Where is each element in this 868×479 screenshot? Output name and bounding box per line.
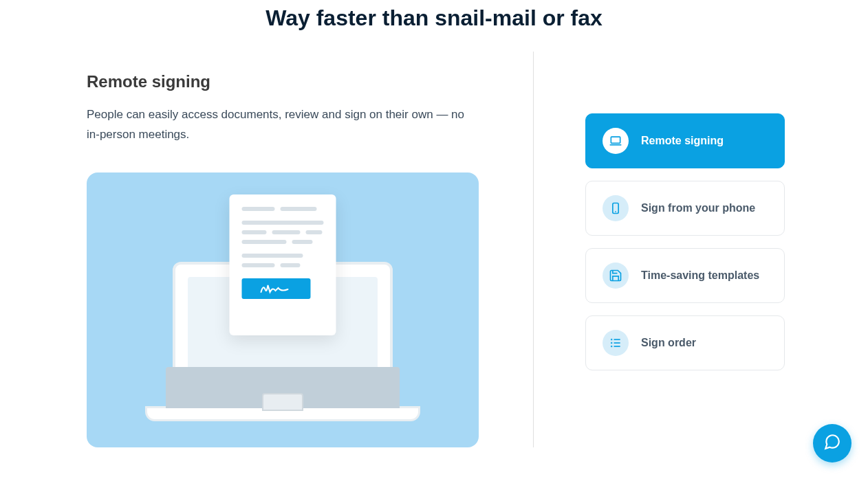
option-label: Remote signing bbox=[641, 135, 724, 147]
chat-button[interactable] bbox=[813, 424, 851, 463]
list-icon bbox=[603, 330, 629, 356]
phone-icon bbox=[603, 195, 629, 221]
option-label: Sign from your phone bbox=[641, 202, 755, 214]
svg-rect-0 bbox=[611, 137, 620, 143]
option-templates[interactable]: Time-saving templates bbox=[585, 248, 785, 303]
svg-point-8 bbox=[611, 343, 612, 344]
option-sign-order[interactable]: Sign order bbox=[585, 315, 785, 370]
options-column: Remote signing Sign from your phone Tim bbox=[534, 72, 781, 447]
svg-point-7 bbox=[611, 339, 612, 340]
feature-description: People can easily access documents, revi… bbox=[87, 105, 472, 145]
option-label: Time-saving templates bbox=[641, 269, 759, 282]
feature-detail-column: Remote signing People can easily access … bbox=[87, 72, 533, 447]
signature-graphic bbox=[242, 278, 311, 299]
save-icon bbox=[603, 263, 629, 289]
feature-illustration bbox=[87, 172, 479, 447]
laptop-icon bbox=[603, 128, 629, 154]
document-graphic bbox=[230, 194, 336, 335]
feature-title: Remote signing bbox=[87, 72, 492, 91]
svg-point-9 bbox=[611, 346, 612, 347]
option-sign-phone[interactable]: Sign from your phone bbox=[585, 181, 785, 236]
option-label: Sign order bbox=[641, 337, 696, 349]
chat-icon bbox=[823, 433, 841, 454]
page-title: Way faster than snail-mail or fax bbox=[0, 0, 868, 45]
content-wrapper: Remote signing People can easily access … bbox=[73, 72, 795, 447]
option-remote-signing[interactable]: Remote signing bbox=[585, 113, 785, 168]
